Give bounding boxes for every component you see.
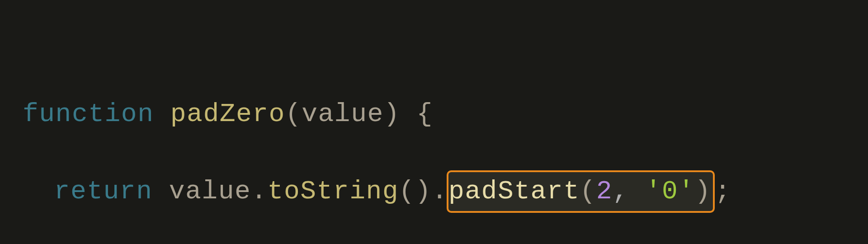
open-paren: (: [285, 99, 302, 129]
code-line-2: return value.toString().padStart(2, '0')…: [23, 170, 845, 213]
code-editor[interactable]: function padZero(value) { return value.t…: [0, 0, 868, 244]
close-paren: ): [384, 99, 400, 129]
param-value: value: [302, 99, 384, 129]
method-tostring: toString: [268, 177, 399, 206]
comma: ,: [613, 177, 629, 206]
keyword-return: return: [54, 177, 153, 206]
function-name: padZero: [170, 99, 285, 129]
code-line-1: function padZero(value) {: [23, 96, 845, 133]
semicolon: ;: [715, 177, 731, 206]
close-paren: ): [695, 177, 711, 206]
number-literal: 2: [596, 177, 613, 206]
keyword-function: function: [23, 99, 154, 129]
open-paren: (: [580, 177, 596, 206]
variable-value: value: [169, 177, 251, 206]
paren-empty: (): [399, 177, 432, 206]
dot-operator: .: [251, 177, 267, 206]
dot-operator: .: [432, 177, 448, 206]
method-padstart: padStart: [448, 177, 580, 206]
highlight-box: padStart(2, '0'): [447, 170, 715, 213]
string-literal: '0': [646, 177, 695, 206]
open-brace: {: [416, 99, 433, 129]
